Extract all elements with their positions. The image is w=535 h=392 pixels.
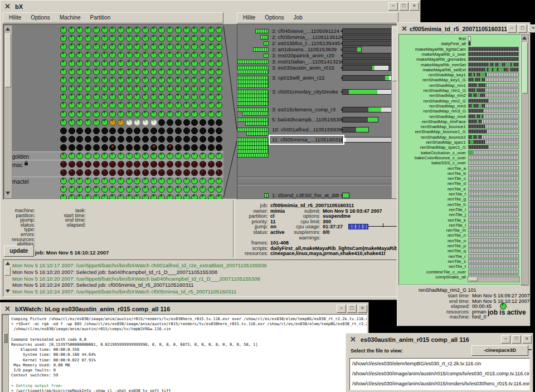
machine-circle[interactable] xyxy=(126,52,133,58)
machine-circle[interactable] xyxy=(158,194,165,200)
machine-circle[interactable] xyxy=(126,43,133,50)
machine-circle[interactable] xyxy=(167,169,173,176)
task-row-label[interactable]: renTile_l xyxy=(400,223,466,228)
machine-circle[interactable] xyxy=(126,136,133,143)
machine-circle[interactable] xyxy=(167,60,173,67)
task-row-label[interactable]: renTile_d xyxy=(400,181,466,186)
machine-circle[interactable] xyxy=(118,27,124,33)
machine-circle[interactable] xyxy=(167,94,173,100)
machine-circle[interactable] xyxy=(167,52,173,58)
machine-circle[interactable] xyxy=(167,136,173,143)
task-row-label[interactable]: renShadMap_key1_G xyxy=(400,77,466,82)
machine-circle[interactable] xyxy=(208,94,215,100)
cinespace-dropdown[interactable]: -cinespace3D xyxy=(471,345,528,356)
task-row-label[interactable]: renShadMap_rim4 xyxy=(400,114,466,119)
machine-circle[interactable] xyxy=(134,136,140,143)
machine-circle[interactable] xyxy=(60,153,67,159)
machine-circle[interactable] xyxy=(142,94,149,100)
task-row-label[interactable]: renTile_p xyxy=(400,243,466,248)
machine-circle[interactable] xyxy=(158,60,165,67)
machine-circle[interactable] xyxy=(150,52,157,58)
machine-circle[interactable] xyxy=(200,102,206,109)
machine-circle[interactable] xyxy=(142,161,149,168)
machine-circle[interactable] xyxy=(191,144,198,151)
machine-circle[interactable] xyxy=(158,102,165,109)
machine-circle[interactable] xyxy=(142,77,149,84)
machine-circle[interactable] xyxy=(183,102,190,109)
machine-circle[interactable] xyxy=(216,153,222,159)
menu-machine[interactable]: Machine xyxy=(60,14,81,23)
machine-circle[interactable] xyxy=(158,68,165,75)
main-titlebar[interactable]: ✕ bX −□× xyxy=(2,2,419,11)
machine-circle[interactable] xyxy=(150,169,157,176)
machine-circle[interactable] xyxy=(167,194,173,200)
machine-circle[interactable] xyxy=(69,161,75,168)
machine-circle[interactable] xyxy=(200,136,206,143)
maximize-button[interactable]: □ xyxy=(347,305,357,313)
log-scroll-up-icon[interactable] xyxy=(6,262,10,265)
machine-circle[interactable] xyxy=(142,119,149,126)
grid-scroll-down-icon[interactable] xyxy=(6,192,10,195)
machine-circle[interactable] xyxy=(93,35,100,42)
machine-circle[interactable] xyxy=(76,68,83,75)
machine-circle[interactable] xyxy=(93,136,100,143)
machine-circle[interactable] xyxy=(60,144,67,151)
machine-circle[interactable] xyxy=(208,161,215,168)
machine-circle[interactable] xyxy=(150,77,157,84)
task-row-label[interactable]: renShadMap_bounce1_G xyxy=(400,129,466,134)
machine-circle[interactable] xyxy=(191,178,198,184)
task-row-label[interactable]: renTile_s xyxy=(400,259,466,264)
machine-circle[interactable] xyxy=(109,85,116,92)
machine-circle[interactable] xyxy=(85,161,91,168)
machine-circle[interactable] xyxy=(85,102,91,109)
machine-circle[interactable] xyxy=(101,85,108,92)
machine-circle[interactable] xyxy=(69,85,75,92)
machine-circle[interactable] xyxy=(191,77,198,84)
file-titlebar[interactable]: ✕ es030austin_anim_r015 comp_all 116 −□× xyxy=(347,335,532,344)
task-row-label[interactable]: renTile_t xyxy=(400,264,466,269)
machine-circle[interactable] xyxy=(85,85,91,92)
minimize-button[interactable]: − xyxy=(337,305,346,313)
machine-circle[interactable] xyxy=(142,194,149,200)
machine-circle[interactable] xyxy=(142,128,149,134)
menu-options[interactable]: Options xyxy=(31,14,50,23)
machine-circle[interactable] xyxy=(134,144,140,151)
machine-circle[interactable] xyxy=(200,144,206,151)
machine-circle[interactable] xyxy=(200,35,206,42)
machine-circle[interactable] xyxy=(93,169,100,176)
machine-circle[interactable] xyxy=(109,169,116,176)
machine-circle[interactable] xyxy=(208,111,215,117)
task-row-label[interactable]: renShadMap_bounce1 xyxy=(400,124,466,129)
machine-circle[interactable] xyxy=(200,111,206,117)
log-scroll-down-icon[interactable] xyxy=(6,290,10,293)
machine-circle[interactable] xyxy=(85,35,91,42)
machine-circle[interactable] xyxy=(216,85,222,92)
grid-scrollbar[interactable] xyxy=(4,25,12,199)
machine-circle[interactable] xyxy=(60,68,67,75)
machine-circle[interactable] xyxy=(60,35,67,42)
machine-circle[interactable] xyxy=(150,102,157,109)
machine-circle[interactable] xyxy=(60,128,67,134)
machine-circle[interactable] xyxy=(60,169,67,176)
machine-circle[interactable] xyxy=(183,111,190,117)
machine-circle[interactable] xyxy=(126,35,133,42)
machine-circle[interactable] xyxy=(191,161,198,168)
machine-circle[interactable] xyxy=(183,52,190,58)
machine-circle[interactable] xyxy=(191,102,198,109)
machine-circle[interactable] xyxy=(183,119,190,126)
machine-circle[interactable] xyxy=(200,161,206,168)
machine-circle[interactable] xyxy=(183,68,190,75)
machine-circle[interactable] xyxy=(60,43,67,50)
machine-circle[interactable] xyxy=(183,35,190,42)
machine-circle[interactable] xyxy=(101,111,108,117)
machine-circle[interactable] xyxy=(118,136,124,143)
task-row-label[interactable]: renTile_a xyxy=(400,166,466,171)
machine-circle[interactable] xyxy=(150,186,157,193)
machine-circle[interactable] xyxy=(216,194,222,200)
machine-circle[interactable] xyxy=(191,60,198,67)
machine-circle[interactable] xyxy=(208,35,215,42)
task-row-label[interactable]: renTile_i xyxy=(400,207,466,212)
machine-circle[interactable] xyxy=(200,43,206,50)
machine-circle[interactable] xyxy=(183,186,190,193)
machine-circle[interactable] xyxy=(191,68,198,75)
